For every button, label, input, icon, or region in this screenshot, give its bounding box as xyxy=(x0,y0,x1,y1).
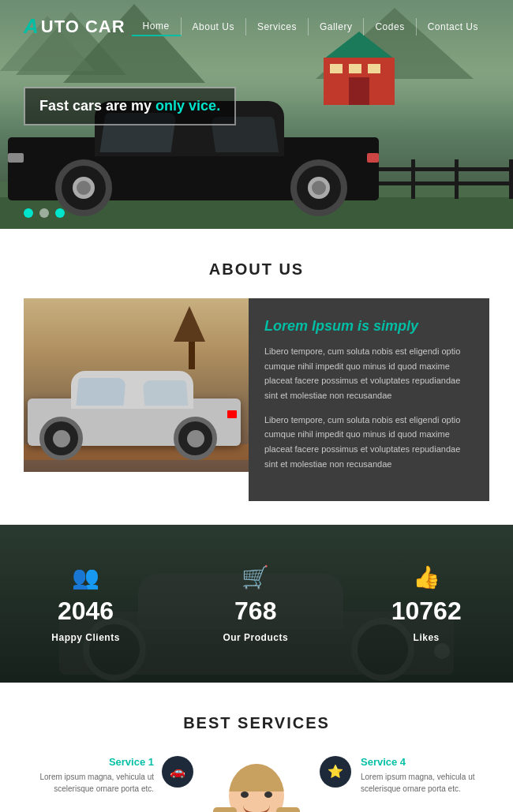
silver-car xyxy=(24,357,249,460)
service-1-desc: Lorem ipsum magna, vehicula ut scelerisq… xyxy=(24,771,154,795)
services-center: 👍 xyxy=(193,756,320,813)
nav-item-contact[interactable]: Contact Us xyxy=(417,18,489,36)
hero-dots xyxy=(24,208,65,218)
nav-item-home[interactable]: Home xyxy=(132,17,182,36)
barn-window-3 xyxy=(368,64,380,73)
products-label: Our Products xyxy=(223,632,288,643)
main-nav: Home About Us Services Gallery Codes Con… xyxy=(132,17,489,36)
site-logo[interactable]: A UTO CAR xyxy=(24,14,125,39)
sc-wheel-l xyxy=(39,417,83,460)
nav-item-gallery[interactable]: Gallery xyxy=(309,18,365,36)
tree-top xyxy=(174,306,205,342)
about-paragraph-2: Libero tempore, cum soluta nobis est eli… xyxy=(264,413,474,472)
barn-window-2 xyxy=(349,64,361,73)
hero-tagline: Fast cars are my only vice. xyxy=(39,98,220,114)
service-4-text: Service 4 Lorem ipsum magna, vehicula ut… xyxy=(361,756,489,795)
sc-cabin xyxy=(71,371,193,409)
services-title: BEST SERVICES xyxy=(24,714,489,732)
sc-wheel-r-hub xyxy=(187,430,204,447)
about-title: ABOUT US xyxy=(24,260,489,279)
service-item-1: Service 1 Lorem ipsum magna, vehicula ut… xyxy=(24,756,193,795)
person-eye-l xyxy=(241,791,249,798)
stats-section: 👥 2046 Happy Clients 🛒 768 Our Products … xyxy=(0,525,513,683)
services-left: Service 1 Lorem ipsum magna, vehicula ut… xyxy=(24,756,193,813)
about-content: Lorem Ipsum is simply Libero tempore, cu… xyxy=(24,298,489,501)
services-grid: Service 1 Lorem ipsum magna, vehicula ut… xyxy=(24,756,489,813)
person-smile xyxy=(243,805,270,813)
stat-clients: 👥 2046 Happy Clients xyxy=(51,564,120,643)
service-1-icon[interactable]: 🚗 xyxy=(162,756,193,788)
services-right: ⭐ Service 4 Lorem ipsum magna, vehicula … xyxy=(320,756,489,813)
service-4-title: Service 4 xyxy=(361,756,489,768)
person-image: 👍 xyxy=(201,756,312,813)
about-section: ABOUT US xyxy=(0,229,513,525)
nav-item-codes[interactable]: Codes xyxy=(364,18,416,36)
stat-likes: 👍 10762 Likes xyxy=(391,564,462,643)
barn-window-1 xyxy=(330,64,343,73)
person-eye-r xyxy=(264,791,272,798)
stat-products: 🛒 768 Our Products xyxy=(223,564,288,643)
sc-windshield xyxy=(76,378,125,406)
about-text-box: Lorem Ipsum is simply Libero tempore, cu… xyxy=(249,298,489,501)
logo-text: UTO CAR xyxy=(41,17,125,37)
products-number: 768 xyxy=(223,597,288,626)
dot-1[interactable] xyxy=(24,208,33,218)
clients-number: 2046 xyxy=(51,597,120,626)
hero-text-box: Fast cars are my only vice. xyxy=(24,87,236,125)
nav-item-about[interactable]: About Us xyxy=(182,18,246,36)
dot-2[interactable] xyxy=(39,208,49,218)
service-1-title: Service 1 xyxy=(24,756,154,768)
clients-label: Happy Clients xyxy=(51,632,120,643)
service-4-desc: Lorem ipsum magna, vehicula ut scelerisq… xyxy=(361,771,489,795)
about-image xyxy=(24,298,249,472)
person-hair xyxy=(229,764,284,791)
clients-icon: 👥 xyxy=(51,564,120,590)
likes-icon: 👍 xyxy=(391,564,462,590)
likes-number: 10762 xyxy=(391,597,462,626)
sc-wheel-l-hub xyxy=(53,430,70,447)
services-section: BEST SERVICES Service 1 Lorem ipsum magn… xyxy=(0,683,513,813)
dot-3[interactable] xyxy=(55,208,65,218)
likes-label: Likes xyxy=(391,632,462,643)
person-hair-r xyxy=(276,807,300,813)
logo-icon: A xyxy=(24,14,39,39)
service-item-4: ⭐ Service 4 Lorem ipsum magna, vehicula … xyxy=(320,756,489,795)
nav-item-services[interactable]: Services xyxy=(246,18,309,36)
about-paragraph-1: Libero tempore, cum soluta nobis est eli… xyxy=(264,344,474,403)
service-1-text: Service 1 Lorem ipsum magna, vehicula ut… xyxy=(24,756,154,795)
hero-accent: only vice. xyxy=(155,98,220,114)
sc-rear-glass xyxy=(143,380,189,406)
person-head xyxy=(229,764,284,813)
products-icon: 🛒 xyxy=(223,564,288,590)
service-4-icon[interactable]: ⭐ xyxy=(320,756,351,788)
about-heading: Lorem Ipsum is simply xyxy=(264,318,474,335)
wheel-rear xyxy=(290,159,347,216)
sc-wheel-r xyxy=(174,417,217,460)
sc-taillight xyxy=(227,410,237,418)
